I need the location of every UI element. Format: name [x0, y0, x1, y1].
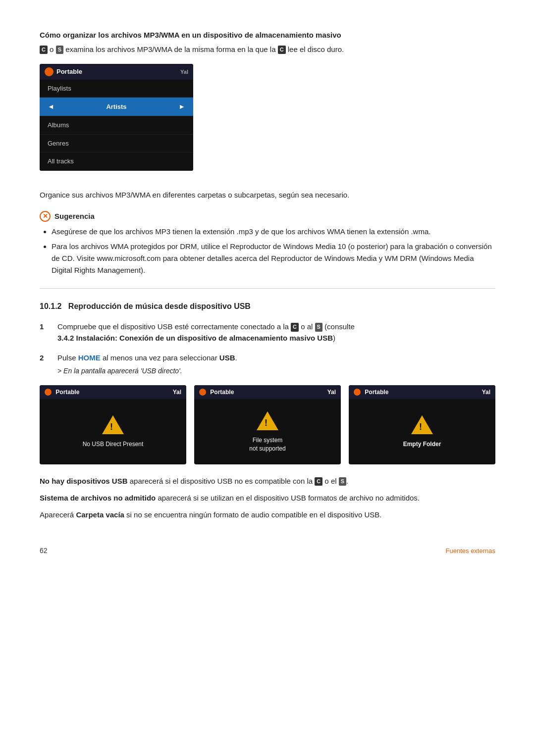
device-header-title: Portable — [56, 67, 82, 77]
device3-label-bold: Empty Folder — [403, 441, 441, 448]
logo-icon — [45, 67, 54, 76]
usb-label: USB — [219, 353, 235, 362]
page-footer: 62 Fuentes externas — [40, 546, 495, 556]
menu-albums: Albums — [40, 116, 193, 135]
menu-genres: Genres — [40, 135, 193, 153]
step-2-content: Pulse HOME al menos una vez para selecci… — [57, 353, 495, 376]
device3-signal: Yal — [482, 388, 490, 397]
section-title: 10.1.2 Reproducción de música desde disp… — [40, 301, 495, 312]
device-icon-s2: S — [315, 323, 322, 331]
device2-logo-icon — [199, 389, 206, 396]
sugerencia-icon: ✕ — [40, 211, 51, 222]
step-1: 1 Compruebe que el dispositivo USB esté … — [40, 321, 495, 344]
warning-icon-2 — [257, 411, 278, 430]
organice-text: Organice sus archivos MP3/WMA en diferen… — [40, 190, 495, 201]
device-signal: Yal — [180, 68, 188, 76]
bottom-para-1: No hay dispositivos USB aparecerá si el … — [40, 475, 495, 487]
main-heading: Cómo organizar los archivos MP3/WMA en u… — [40, 30, 495, 41]
arrow-right-icon: ► — [178, 101, 185, 112]
device1-logo-icon — [45, 389, 52, 396]
step-1-bold-link: 3.4.2 Instalación: Conexión de un dispos… — [57, 334, 333, 342]
device-icon-s3: S — [339, 477, 346, 486]
sugerencia-block: ✕ Sugerencia Asegúrese de que los archiv… — [40, 211, 495, 277]
footer-link: Fuentes externas — [446, 546, 495, 556]
device-body: Playlists ◄ Artists ► Albums Genres All … — [40, 80, 193, 171]
carpeta-vacia-bold: Carpeta vacía — [76, 510, 124, 519]
device-icon-s: S — [56, 46, 63, 54]
device2-header: Portable Yal — [194, 385, 341, 399]
menu-artists-active: ◄ Artists ► — [40, 98, 193, 116]
device-file-system: Portable Yal File system not supported — [194, 385, 341, 464]
step-1-number: 1 — [40, 321, 50, 333]
device-no-usb: Portable Yal No USB Direct Present — [40, 385, 186, 464]
section-divider — [40, 288, 495, 289]
heading-title: Cómo organizar los archivos MP3/WMA en u… — [40, 31, 341, 39]
page-heading: Cómo organizar los archivos MP3/WMA en u… — [40, 30, 495, 55]
menu-playlists: Playlists — [40, 80, 193, 98]
device1-signal: Yal — [173, 388, 181, 397]
device3-body: Empty Folder — [349, 399, 495, 463]
device2-logo: Portable — [199, 388, 234, 397]
device1-title: Portable — [55, 389, 79, 396]
no-usb-bold: No hay dispositivos USB — [40, 477, 128, 485]
intro-paragraph: C o S examina los archivos MP3/WMA de la… — [40, 44, 495, 55]
devices-row: Portable Yal No USB Direct Present Porta… — [40, 385, 495, 464]
device2-line1: File system — [253, 437, 283, 444]
device2-body: File system not supported — [194, 399, 341, 463]
device-logo: Portable — [45, 67, 82, 77]
device-icon-c: C — [40, 46, 48, 54]
sugerencia-bullet-2: Para los archivos WMA protegidos por DRM… — [52, 241, 495, 276]
step-2-text: Pulse HOME al menos una vez para selecci… — [57, 353, 237, 362]
step-1-content: Compruebe que el dispositivo USB esté co… — [57, 321, 495, 344]
home-link: HOME — [78, 353, 101, 362]
device1-logo: Portable — [45, 388, 79, 397]
device3-header: Portable Yal — [349, 385, 495, 399]
device3-logo-icon — [354, 389, 361, 396]
sugerencia-label: Sugerencia — [54, 211, 95, 222]
device2-line2: not supported — [249, 445, 285, 452]
step-2-number: 2 — [40, 353, 50, 364]
device3-label: Empty Folder — [403, 440, 441, 449]
device2-label: File system not supported — [249, 436, 285, 453]
device-icon-c4: C — [315, 477, 322, 486]
sugerencia-list: Asegúrese de que los archivos MP3 tienen… — [40, 226, 495, 276]
bottom-para-3: Aparecerá Carpeta vacía si no se encuent… — [40, 509, 495, 521]
step-2-arrow: En la pantalla aparecerá 'USB directo'. — [57, 366, 495, 376]
arrow-left-icon: ◄ — [48, 101, 54, 112]
section-title-text: Reproducción de música desde dispositivo… — [68, 302, 251, 310]
step-1-text: Compruebe que el dispositivo USB esté co… — [57, 322, 355, 331]
step-1-suffix: ) — [333, 334, 335, 342]
device-icon-c2: C — [278, 46, 286, 54]
step-2: 2 Pulse HOME al menos una vez para selec… — [40, 353, 495, 376]
sugerencia-title: ✕ Sugerencia — [40, 211, 495, 222]
sugerencia-bullet-1: Asegúrese de que los archivos MP3 tienen… — [52, 226, 495, 238]
warning-icon-1 — [102, 415, 124, 434]
step-2-mid: al menos una vez para seleccionar — [103, 353, 219, 362]
device1-label: No USB Direct Present — [83, 440, 144, 449]
file-system-bold: Sistema de archivos no admitido — [40, 494, 156, 502]
bottom-para-2: Sistema de archivos no admitido aparecer… — [40, 492, 495, 504]
device-empty-folder: Portable Yal Empty Folder — [349, 385, 495, 464]
device1-header: Portable Yal — [40, 385, 186, 399]
device2-title: Portable — [210, 389, 234, 396]
device2-signal: Yal — [327, 388, 336, 397]
menu-alltracks: All tracks — [40, 152, 193, 171]
device3-title: Portable — [365, 389, 388, 396]
device3-logo: Portable — [354, 388, 388, 397]
warning-icon-3 — [411, 415, 433, 434]
device-header: Portable Yal — [40, 64, 193, 80]
device1-body: No USB Direct Present — [40, 399, 186, 463]
section-number: 10.1.2 — [40, 302, 61, 310]
device-mockup-main: Portable Yal Playlists ◄ Artists ► Album… — [40, 64, 193, 171]
page-number: 62 — [40, 546, 48, 556]
menu-artists-label: Artists — [106, 102, 126, 112]
device-icon-c3: C — [291, 323, 299, 331]
